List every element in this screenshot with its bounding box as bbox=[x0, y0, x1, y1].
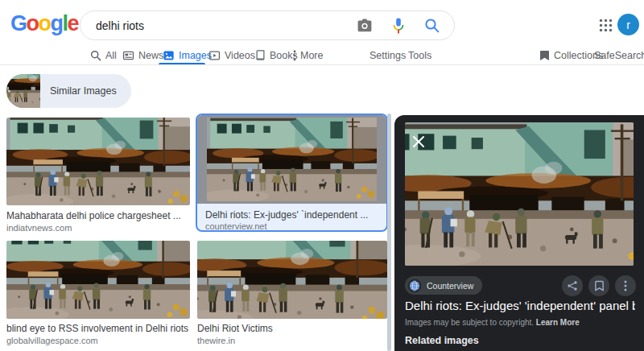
search-icon[interactable] bbox=[424, 18, 440, 33]
image-preview-panel: Counterview Delhi riots: Ex-judges' 'ind… bbox=[394, 115, 644, 351]
search-bar bbox=[80, 10, 455, 40]
tools-button[interactable]: Tools bbox=[408, 46, 431, 65]
learn-more-link[interactable]: Learn More bbox=[536, 318, 580, 327]
avatar[interactable]: r bbox=[617, 14, 639, 35]
google-logo[interactable]: Google bbox=[10, 12, 78, 35]
result-title[interactable]: blind eye to RSS involvement in Delhi ri… bbox=[6, 323, 192, 334]
preview-image[interactable] bbox=[405, 122, 634, 266]
header-divider bbox=[0, 64, 644, 65]
share-icon bbox=[567, 280, 578, 291]
selected-image-letterbox bbox=[197, 115, 386, 204]
more-vertical-icon bbox=[624, 280, 627, 291]
search-input[interactable] bbox=[80, 19, 357, 32]
result-thumbnail-4[interactable] bbox=[197, 241, 387, 319]
news-icon bbox=[122, 50, 134, 61]
tab-all[interactable]: All bbox=[90, 46, 117, 65]
tab-books[interactable]: Books bbox=[255, 46, 298, 65]
result-title[interactable]: Delhi Riot Victims bbox=[197, 323, 382, 334]
result-domain: counterview.net bbox=[205, 221, 378, 231]
result-title[interactable]: Delhi riots: Ex-judges' `independent ... bbox=[205, 209, 378, 221]
globe-icon bbox=[407, 279, 422, 293]
related-images-heading: Related images bbox=[405, 335, 479, 346]
settings-button[interactable]: Settings bbox=[369, 46, 406, 65]
tab-news[interactable]: News bbox=[122, 46, 163, 65]
riot-photo bbox=[197, 241, 387, 319]
riot-photo bbox=[6, 241, 190, 319]
result-domain: indiatvnews.com bbox=[6, 223, 192, 233]
collections-icon bbox=[539, 50, 550, 61]
result-thumbnail-1[interactable] bbox=[6, 118, 190, 205]
result-title[interactable]: Mahabharata delhi police chargesheet ... bbox=[6, 210, 192, 221]
voice-search-icon[interactable] bbox=[392, 18, 405, 34]
close-icon[interactable] bbox=[411, 134, 426, 149]
bookmark-icon bbox=[594, 280, 605, 291]
result-domain: thewire.in bbox=[197, 336, 382, 345]
save-bookmark-button[interactable] bbox=[588, 275, 609, 296]
more-vertical-icon bbox=[293, 50, 296, 61]
videos-icon bbox=[208, 50, 221, 61]
more-options-button[interactable] bbox=[615, 275, 636, 296]
results-scrollbar[interactable] bbox=[387, 114, 391, 351]
all-search-icon bbox=[90, 50, 101, 61]
similar-images-chip[interactable]: Similar Images bbox=[6, 74, 131, 108]
apps-grid-icon[interactable] bbox=[599, 19, 613, 32]
safesearch-button[interactable]: SafeSearch bbox=[594, 46, 644, 65]
google-images-page: Google r bbox=[0, 0, 644, 351]
share-button[interactable] bbox=[562, 275, 583, 296]
books-icon bbox=[255, 50, 266, 61]
camera-search-icon[interactable] bbox=[357, 19, 373, 33]
source-name: Counterview bbox=[427, 281, 473, 291]
result-thumbnail-3[interactable] bbox=[6, 241, 190, 319]
riot-photo bbox=[405, 122, 634, 266]
riot-photo bbox=[207, 118, 377, 201]
result-domain: globalvillagespace.com bbox=[6, 336, 192, 345]
result-thumbnail-2-selected[interactable]: Delhi riots: Ex-judges' `independent ...… bbox=[196, 114, 388, 232]
search-bar-icons bbox=[357, 18, 454, 34]
riot-photo bbox=[6, 118, 190, 205]
source-pill[interactable]: Counterview bbox=[405, 276, 482, 295]
tab-more[interactable]: More bbox=[293, 46, 323, 65]
copyright-notice: Images may be subject to copyright. Lear… bbox=[405, 318, 580, 327]
tab-videos[interactable]: Videos bbox=[208, 46, 255, 65]
images-icon bbox=[163, 50, 175, 61]
chip-thumbnail bbox=[6, 74, 40, 108]
preview-title[interactable]: Delhi riots: Ex-judges' 'independent' pa… bbox=[405, 299, 635, 312]
